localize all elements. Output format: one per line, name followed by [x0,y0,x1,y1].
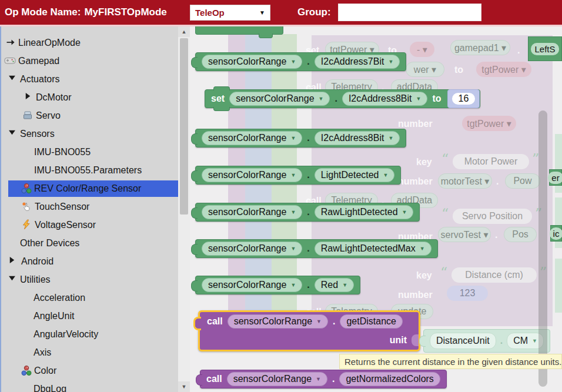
sidebar-item-other-devices[interactable]: Other Devices [0,234,178,252]
block-get-i2caddress7bit[interactable]: sensorColorRange▼.I2cAddress7Bit▼ [195,52,406,71]
faded-field: Pow [505,173,540,189]
block-keyword: call [206,374,222,384]
field-text: RawLightDetected [321,207,398,217]
number-shadow-block[interactable]: 16 [447,89,480,108]
dropdown-field[interactable]: I2cAddress8Bit▼ [342,92,428,106]
dropdown-field[interactable]: I2cAddress7Bit▼ [315,55,400,69]
sidebar-item-angleunit[interactable]: AngleUnit [0,307,178,325]
next-connection-notch [213,107,230,111]
sidebar-item-angularvelocity[interactable]: AngularVelocity [0,325,178,343]
sidebar-item-color[interactable]: Color [0,361,178,380]
block-get-i2caddress8bit[interactable]: sensorColorRange▼.I2cAddress8Bit▼ [195,129,406,148]
block-get-red[interactable]: sensorColorRange▼.Red▼ [195,276,360,294]
block-get-rawlightdetected[interactable]: sensorColorRange▼.RawLightDetected▼ [195,203,420,222]
fragment-text: ic [550,227,562,240]
scroll-up-icon[interactable]: ▲ [178,26,190,37]
block-call-getnormalizedcolors[interactable]: callsensorColorRange▼.getNormalizedColor… [200,370,447,388]
flyout-scrollbar[interactable] [538,110,547,387]
sidebar-item-sensors[interactable]: Sensors [0,125,178,143]
sidebar-item-utilities[interactable]: Utilities [0,270,178,289]
triangle-down-icon [8,73,18,84]
field-text: getNormalizedColors [346,374,433,384]
dropdown-arrow-icon: ▼ [316,319,322,324]
sidebar-item-label: Acceleration [34,289,85,307]
sidebar-item-imu-bno055-parameters[interactable]: IMU-BNO055.Parameters [0,161,178,179]
sidebar-item-dcmotor[interactable]: DcMotor [0,88,178,106]
dropdown-field[interactable]: LightDetected▼ [315,168,395,182]
sidebar-item-actuators[interactable]: Actuators [0,70,178,88]
dropdown-field[interactable]: I2cAddress8Bit▼ [315,131,400,145]
sidebar-item-touchsensor[interactable]: TouchSensor [0,197,178,216]
dropdown-arrow-icon: ▼ [532,339,537,344]
servo-icon [22,110,33,120]
dropdown-arrow-icon: ▼ [383,173,389,178]
dot-separator: . [334,93,337,104]
unit-input-label: unit [390,335,407,346]
sidebar-item-android[interactable]: Android [0,252,178,270]
color-balls-icon [21,183,31,193]
sidebar-item-dbglog[interactable]: DbgLog [0,380,178,392]
block-distanceunit-shadow[interactable]: DistanceUnit . CM ▼ [423,329,550,353]
sidebar-scrollbar-thumb[interactable] [180,38,188,215]
sidebar-item-linearopmode[interactable]: LinearOpMode [0,33,178,52]
blockly-workspace[interactable]: call sensorColorRange ▼ . getDistance un… [190,26,562,392]
block-set-i2caddress8bit[interactable]: setsensorColorRange▼.I2cAddress8Bit▼to16 [205,89,480,108]
group-input[interactable] [338,4,481,21]
sidebar-item-label: VoltageSensor [35,216,96,234]
dropdown-field[interactable]: sensorColorRange▼ [202,168,302,182]
field-text: I2cAddress8Bit [321,133,384,143]
sidebar-item-label: Servo [36,106,61,125]
gamepad-icon [4,55,15,66]
dropdown-field[interactable]: sensorColorRange▼ [202,131,302,145]
faded-keyword: number [398,289,433,301]
triangle-down-icon [8,274,18,284]
dropdown-field[interactable]: sensorColorRange▼ [202,55,302,69]
sidebar-item-imu-bno055[interactable]: IMU-BNO055 [0,143,178,161]
block-get-lightdetected[interactable]: sensorColorRange▼.LightDetected▼ [195,166,401,185]
select-dropdown-arrow-icon: ▼ [259,9,265,16]
number-value-field[interactable]: 16 [452,93,476,105]
field-text: I2cAddress8Bit [349,93,412,104]
sidebar-item-rev-color-range-sensor[interactable]: REV Color/Range Sensor [0,179,178,197]
dropdown-arrow-icon: ▼ [290,59,296,65]
dropdown-field[interactable]: sensorColorRange▼ [202,205,302,219]
sidebar-item-label: AngularVelocity [34,325,98,343]
group-label: Group: [297,6,331,18]
distanceunit-type: DistanceUnit [436,336,490,346]
dropdown-field[interactable]: RawLightDetectedMax▼ [315,242,431,256]
sidebar-item-label: DbgLog [34,380,66,392]
dot-separator: . [307,56,309,67]
device-dropdown[interactable]: sensorColorRange ▼ [228,314,328,329]
scroll-down-icon[interactable]: ▼ [178,381,190,392]
block-call-getdistance[interactable]: call sensorColorRange ▼ . getDistance un… [198,310,420,351]
dropdown-field[interactable]: sensorColorRange▼ [202,278,302,292]
name-field: getNormalizedColors [339,372,440,386]
block-get-rawlightdetectedmax[interactable]: sensorColorRange▼.RawLightDetectedMax▼ [195,239,438,258]
sidebar-scrollbar[interactable]: ▲ ▼ [178,26,190,392]
output-tab [191,280,198,292]
faded-quote: “ [441,207,449,221]
dropdown-field[interactable]: sensorColorRange▼ [227,372,327,386]
dropdown-field[interactable]: Red▼ [315,278,354,292]
sidebar-item-gamepad[interactable]: Gamepad [0,52,178,70]
dropdown-field[interactable]: RawLightDetected▼ [315,205,414,219]
sidebar-item-axis[interactable]: Axis [0,343,178,361]
linear-opmode-arrow-icon [6,37,16,48]
sidebar-item-label: Actuators [20,70,60,88]
opmode-type-select[interactable]: TeleOp ▼ [190,5,270,21]
field-text: sensorColorRange [233,374,312,384]
field-text: Red [321,280,338,290]
faded-field: Motor Power [453,154,529,169]
field-text: sensorColorRange [208,133,286,143]
faded-field: tgtPower ▾ [462,116,516,131]
sidebar-item-servo[interactable]: Servo [0,106,178,125]
sidebar-item-acceleration[interactable]: Acceleration [0,289,178,307]
previous-connection-notch [213,86,230,91]
faded-keyword: . [495,229,497,241]
dropdown-field[interactable]: sensorColorRange▼ [202,242,302,256]
opmode-type-value: TeleOp [195,8,225,18]
dropdown-field[interactable]: sensorColorRange▼ [229,92,330,106]
dot-separator: . [500,336,503,346]
workspace-block-edge-fragment [555,259,562,313]
sidebar-item-voltagesensor[interactable]: VoltageSensor [0,216,178,234]
